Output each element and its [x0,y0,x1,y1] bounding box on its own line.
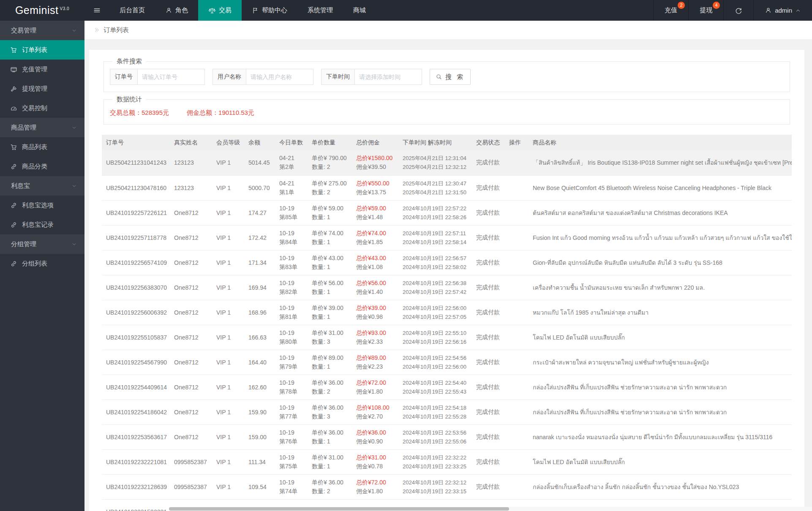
cell-today-orders: 10-19第85单 [279,200,312,225]
sidebar-item-order-list[interactable]: 订单列表 [0,40,84,60]
username-field: 用户名称 [213,69,313,85]
cell-trade-status: 完成付款 [476,449,509,474]
horizontal-scrollbar-thumb[interactable] [169,507,509,511]
cell-today-orders: 10-19第78单 [279,375,312,400]
cell-total-commission: 总价¥550.00佣金¥13.75 [356,175,403,200]
cell-price-qty: 单价¥ 39.00数量: 1 [312,300,356,325]
search-fieldset: 条件搜索 订单号 用户名称 下单时间 搜 索 [104,57,790,92]
username-input[interactable] [246,69,313,85]
cell-order-no: UB2410192254186042 [102,400,174,424]
page-title: 订单列表 [104,26,129,34]
sidebar-group-interest-treasure[interactable]: 利息宝 [0,176,84,196]
cell-times: 2024年10月19日 22:54:182024年10月19日 22:55:28 [403,400,476,424]
recharge-button[interactable]: 充值 2 [653,0,688,21]
username-label: 用户名称 [213,69,246,85]
table-row: UB2504211231041243 123123 VIP 1 5014.45 … [102,150,792,175]
hamburger-icon [93,6,101,14]
cell-times: 2025年04月21日 12:30:472025年04月21日 12:31:50 [403,175,476,200]
header-actions: 操作 [509,135,533,150]
nav-item-help-center[interactable]: 帮助中心 [242,0,297,21]
cell-today-orders: 10-19第75单 [279,449,312,474]
cell-real-name: One8712 [174,275,216,300]
cell-real-name: One8712 [174,350,216,375]
cell-real-name: 123123 [174,175,216,200]
sidebar-item-group-list[interactable]: 分组列表 [0,254,84,273]
table-row: UB2410192255105837 One8712 VIP 1 166.63 … [102,325,792,350]
cell-actions [509,275,533,300]
user-menu[interactable]: admin [753,0,812,21]
order-time-field: 下单时间 [321,69,422,85]
order-table: 订单号 真实姓名 会员等级 余额 今日单数 单价数量 总价佣金 下单时间 解冻时… [102,135,792,511]
cell-balance: 5000.70 [248,175,279,200]
cell-price-qty: 单价¥ 275.00数量: 2 [312,175,356,200]
cell-member-level: VIP 1 [216,225,248,250]
refresh-button[interactable] [723,0,753,21]
nav-item-trade[interactable]: 交易 [198,0,242,21]
cell-real-name: One8712 [174,424,216,449]
order-time-label: 下单时间 [321,69,354,85]
table-row: UB2410192256006392 One8712 VIP 1 168.96 … [102,300,792,325]
cell-order-no: UB2410192256006392 [102,300,174,325]
nav-item-system[interactable]: 系统管理 [297,0,343,21]
cell-total-commission: 总价¥72.00佣金¥1.80 [356,474,403,499]
sidebar-group-product-management[interactable]: 商品管理 [0,118,84,137]
cell-price-qty: 单价¥ 36.00数量: 2 [312,375,356,400]
cell-total-commission: 总价¥43.00佣金¥1.08 [356,250,403,275]
cell-total-commission: 总价¥108.00佣金¥2.70 [356,400,403,424]
username-label: admin [775,7,792,14]
sidebar-toggle-button[interactable] [84,0,109,21]
withdraw-button[interactable]: 提现 4 [688,0,723,21]
search-button[interactable]: 搜 索 [430,69,471,85]
total-commission-amount: 佣金总额：190110.53元 [187,109,254,117]
cell-product-name: โคมไฟ LED อัตโนมัติ แบบเสียบปลั๊ก [533,325,792,350]
cell-total-commission: 总价¥89.00佣金¥2.23 [356,350,403,375]
nav-item-mall[interactable]: 商城 [343,0,376,21]
cell-trade-status: 完成付款 [476,325,509,350]
sidebar-item-recharge-management[interactable]: 充值管理 [0,60,84,79]
sidebar-group-group-management[interactable]: 分组管理 [0,234,84,254]
cell-product-name: ต้นคริสต์มาส ดอกคริสต์มาส ของแต่งคริสต์ม… [533,200,792,225]
top-navbar: Geminist V3.0 后台首页 角色 交易 帮助中心 系统管理 商城 充值… [0,0,812,21]
cell-balance: 168.96 [248,300,279,325]
app-logo: Geminist V3.0 [0,0,84,21]
total-trade-amount: 交易总额：528395元 [110,109,169,117]
cell-actions [509,350,533,375]
cell-today-orders: 10-19第84单 [279,225,312,250]
cell-product-name: โคมไฟ LED อัตโนมัติ แบบเสียบปลั๊ก [533,449,792,474]
double-chevron-right-icon [94,27,100,33]
header-trade-status: 交易状态 [476,135,509,150]
cell-trade-status: 完成付款 [476,375,509,400]
gauge-icon [10,105,17,112]
nav-item-roles[interactable]: 角色 [155,0,198,21]
cell-real-name: One8712 [174,200,216,225]
cell-trade-status: 完成付款 [476,200,509,225]
sidebar-item-product-list[interactable]: 商品列表 [0,137,84,157]
sidebar-group-trade-management[interactable]: 交易管理 [0,21,84,40]
table-row: UB2410192254409614 One8712 VIP 1 162.60 … [102,375,792,400]
sidebar-item-withdraw-management[interactable]: 提现管理 [0,79,84,98]
chevron-down-icon [71,183,77,189]
order-time-input[interactable] [354,69,422,85]
table-row: UB2410192232128639 0995852387 VIP 1 109.… [102,474,792,499]
sidebar-item-product-category[interactable]: 商品分类 [0,157,84,176]
table-row: UB2410192254186042 One8712 VIP 1 159.90 … [102,400,792,424]
cell-trade-status: 完成付款 [476,300,509,325]
cell-actions [509,300,533,325]
sidebar-item-trade-control[interactable]: 交易控制 [0,98,84,118]
cell-order-no: UB2410192231592221 [102,499,174,511]
refresh-icon [735,7,742,14]
chevron-down-icon [71,242,77,247]
table-row: UB2504211230478160 123123 VIP 1 5000.70 … [102,175,792,200]
cell-balance: 159.90 [248,400,279,424]
cell-order-no: UB2410192257226121 [102,200,174,225]
sidebar-item-interest-options[interactable]: 利息宝选项 [0,196,84,215]
sidebar-item-interest-records[interactable]: 利息宝记录 [0,215,84,234]
cell-balance: 109.54 [248,474,279,499]
cell-order-no: UB2410192256383070 [102,275,174,300]
order-no-input[interactable] [137,69,205,85]
cell-real-name: One8712 [174,250,216,275]
header-balance: 余额 [248,135,279,150]
table-row: UB2410192256383070 One8712 VIP 1 169.94 … [102,275,792,300]
cell-today-orders: 10-19第80单 [279,325,312,350]
nav-item-home[interactable]: 后台首页 [109,0,155,21]
